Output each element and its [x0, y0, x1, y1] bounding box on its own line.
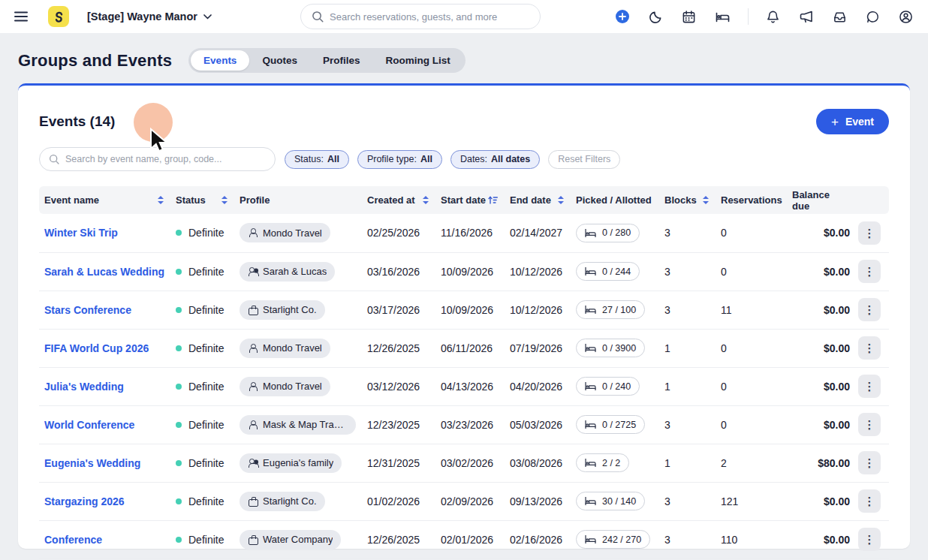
balance-due: $0.00: [787, 252, 853, 291]
sort-icon[interactable]: [558, 196, 564, 204]
row-actions-kebab-icon[interactable]: ⋮: [858, 260, 881, 283]
account-user-icon[interactable]: [897, 8, 914, 26]
bed-icon: [585, 267, 596, 275]
row-actions-kebab-icon[interactable]: ⋮: [858, 528, 881, 551]
bed-icon: [585, 420, 596, 429]
property-selector[interactable]: [Stage] Wayne Manor: [87, 11, 212, 23]
event-name-link[interactable]: Sarah & Lucas Wedding: [44, 266, 164, 278]
row-actions-kebab-icon[interactable]: ⋮: [858, 489, 881, 513]
profile-pill[interactable]: Starlight Co.: [240, 492, 325, 511]
announcements-megaphone-icon[interactable]: [797, 8, 815, 26]
tab-quotes[interactable]: Quotes: [249, 50, 310, 71]
profile-type-icon: [248, 343, 258, 353]
profile-pill[interactable]: Sarah & Lucas: [240, 262, 335, 282]
status-dot: [176, 498, 182, 504]
col-start-date[interactable]: Start date: [435, 186, 505, 214]
event-name-link[interactable]: Conference: [44, 534, 102, 546]
row-actions-kebab-icon[interactable]: ⋮: [858, 336, 881, 360]
event-name-link[interactable]: Winter Ski Trip: [44, 227, 118, 239]
row-actions-kebab-icon[interactable]: ⋮: [858, 413, 881, 436]
status-dot: [176, 384, 182, 390]
event-name-link[interactable]: FIFA World Cup 2026: [44, 342, 149, 354]
profile-pill[interactable]: Mask & Map Travel...: [240, 415, 356, 435]
profile-pill[interactable]: Starlight Co.: [240, 300, 325, 320]
start-date: 10/09/2026: [435, 291, 505, 329]
table-row: World Conference Definite Mask & Map Tra…: [39, 405, 889, 444]
tab-events[interactable]: Events: [191, 50, 249, 71]
global-search[interactable]: [300, 4, 541, 29]
col-status[interactable]: Status: [170, 186, 234, 214]
col-event-name[interactable]: Event name: [39, 186, 170, 214]
bed-icon: [585, 497, 596, 505]
picked-allotted-pill: 30 / 140: [576, 492, 645, 510]
bed-icon: [585, 344, 596, 352]
dark-mode-icon[interactable]: [647, 8, 664, 26]
event-search-input[interactable]: [65, 154, 266, 164]
end-date: 07/19/2026: [505, 329, 571, 367]
event-name-link[interactable]: Stars Conference: [44, 304, 131, 316]
event-name-link[interactable]: Julia's Wedding: [44, 381, 124, 393]
event-name-link[interactable]: World Conference: [44, 419, 134, 431]
inbox-icon[interactable]: [831, 8, 848, 26]
add-event-button[interactable]: + Event: [816, 109, 889, 134]
tab-rooming-list[interactable]: Rooming List: [372, 50, 462, 71]
notifications-bell-icon[interactable]: [764, 8, 782, 26]
profile-pill[interactable]: Water Company: [240, 530, 341, 549]
global-search-input[interactable]: [330, 11, 529, 23]
sort-icon[interactable]: [158, 196, 164, 204]
created-at: 03/16/2026: [362, 252, 435, 291]
row-actions-kebab-icon[interactable]: ⋮: [858, 298, 881, 321]
messages-chat-icon[interactable]: [864, 8, 881, 26]
created-at: 12/26/2025: [362, 329, 435, 367]
sort-icon[interactable]: [423, 196, 429, 204]
add-icon[interactable]: [613, 8, 631, 26]
reset-filters-button[interactable]: Reset Filters: [548, 150, 620, 169]
search-icon: [312, 11, 324, 23]
app-logo[interactable]: [48, 6, 69, 27]
blocks: 3: [659, 214, 716, 252]
profile-pill[interactable]: Mondo Travel: [240, 377, 330, 396]
profile-type-icon: [248, 266, 258, 276]
filter-dates[interactable]: Dates:All dates: [450, 150, 540, 169]
profile-pill[interactable]: Mondo Travel: [240, 223, 330, 242]
bed-icon: [585, 229, 596, 237]
start-date: 10/09/2026: [435, 252, 505, 291]
end-date: 02/16/2026: [505, 520, 571, 558]
created-at: 12/23/2025: [362, 405, 435, 444]
profile-pill[interactable]: Eugenia's family: [240, 453, 342, 473]
profile-pill[interactable]: Mondo Travel: [240, 339, 330, 358]
start-date: 06/11/2026: [435, 329, 505, 367]
col-picked-allotted: Picked / Allotted: [571, 186, 659, 214]
navbar-divider: [748, 8, 749, 25]
tab-profiles[interactable]: Profiles: [310, 50, 373, 71]
col-end-date[interactable]: End date: [505, 186, 571, 214]
blocks: 3: [659, 291, 716, 329]
picked-allotted-pill: 0 / 244: [576, 262, 640, 281]
sort-icon[interactable]: [703, 196, 709, 204]
status-dot: [176, 345, 182, 351]
row-actions-kebab-icon[interactable]: ⋮: [858, 221, 881, 245]
col-created-at[interactable]: Created at: [362, 186, 435, 214]
menu-icon[interactable]: [12, 8, 30, 26]
filter-profile-type[interactable]: Profile type:All: [357, 150, 442, 169]
end-date: 10/12/2026: [505, 291, 571, 329]
table-row: Winter Ski Trip Definite Mondo Travel 02…: [39, 214, 889, 252]
balance-due: $0.00: [787, 291, 853, 329]
status-dot: [176, 422, 182, 428]
sort-icon[interactable]: [221, 196, 227, 204]
event-name-link[interactable]: Eugenia's Wedding: [44, 457, 140, 469]
reservations-bed-icon[interactable]: [713, 8, 732, 26]
reservations: 0: [716, 252, 787, 291]
balance-due: $0.00: [787, 405, 853, 444]
row-actions-kebab-icon[interactable]: ⋮: [858, 375, 881, 398]
sort-ascending-icon[interactable]: [488, 196, 498, 204]
profile-type-icon: [248, 534, 258, 544]
col-blocks[interactable]: Blocks: [659, 186, 716, 214]
balance-due: $0.00: [787, 367, 853, 405]
row-actions-kebab-icon[interactable]: ⋮: [858, 451, 881, 474]
calendar-icon[interactable]: [680, 8, 698, 26]
filter-status[interactable]: Status:All: [285, 150, 349, 169]
created-at: 02/25/2026: [362, 214, 435, 252]
col-reservations: Reservations: [716, 186, 787, 214]
event-name-link[interactable]: Stargazing 2026: [44, 495, 125, 507]
